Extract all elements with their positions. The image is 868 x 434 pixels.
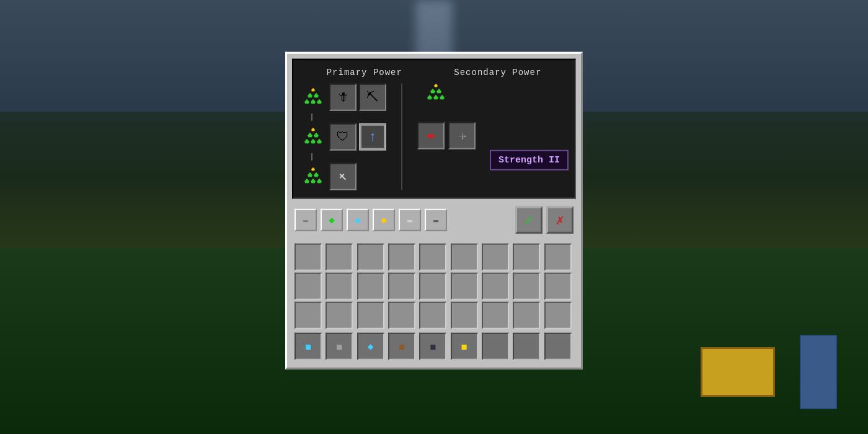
sec-emerald-bot-m	[433, 95, 438, 100]
inv-slot-19[interactable]	[326, 302, 353, 329]
stone-icon: ▬	[303, 215, 308, 225]
emerald-mid-l-2	[308, 133, 312, 138]
inv-slot-25[interactable]	[513, 302, 540, 329]
emerald-bot-r-3	[317, 179, 322, 184]
emerald-bot-l-3	[304, 179, 309, 184]
inventory-grid	[294, 244, 574, 329]
inv-slot-1[interactable]	[326, 244, 353, 271]
tooltip-text: Strength II	[498, 155, 560, 166]
primary-row-1: 🗡 ⛏	[301, 84, 386, 111]
inv-slot-9[interactable]	[294, 273, 322, 300]
divider	[401, 84, 402, 190]
secondary-slot-sword[interactable]: ⚔	[448, 122, 476, 149]
primary-row-2: 🛡 ↑	[301, 123, 386, 151]
primary-power-label: Primary Power	[327, 68, 402, 78]
hotbar-slot-4[interactable]: ◼	[419, 333, 446, 360]
confirm-button[interactable]: ✓	[515, 206, 542, 234]
material-slot-stone[interactable]: ▬	[294, 209, 317, 231]
inv-slot-13[interactable]	[419, 273, 446, 300]
emerald-pile-3	[301, 167, 326, 186]
sec-emerald-bot-l	[427, 95, 432, 100]
primary-slot-shield[interactable]: 🛡	[329, 123, 356, 151]
primary-power-grid: 🗡 ⛏	[301, 84, 386, 190]
primary-slot-sword[interactable]: 🗡	[329, 84, 356, 111]
inv-slot-21[interactable]	[388, 302, 415, 329]
inv-slot-24[interactable]	[482, 302, 509, 329]
diamond-gem-icon: ◆	[368, 340, 374, 353]
hotbar-slot-7[interactable]	[513, 333, 540, 360]
hotbar: ◼ ◼ ◆ ◼ ◼ ◼	[294, 333, 574, 360]
hotbar-slot-1[interactable]: ◼	[326, 333, 353, 360]
powers-section: Primary Power Secondary Power	[292, 59, 576, 199]
strength-tooltip: Strength II	[490, 150, 569, 170]
primary-items-row-1: 🗡 ⛏	[329, 84, 386, 111]
sec-emerald-mid-r	[436, 89, 441, 94]
inv-slot-22[interactable]	[419, 302, 446, 329]
inv-slot-23[interactable]	[451, 302, 478, 329]
emerald-top-2	[311, 128, 315, 131]
gold-block-icon: ◼	[461, 340, 467, 353]
emerald-pile-2	[301, 128, 326, 146]
hotbar-slot-2[interactable]: ◆	[357, 333, 384, 360]
emerald-bot-l-2	[304, 139, 309, 144]
emerald-mid-l-3	[308, 172, 312, 177]
primary-row-3: ✝	[301, 163, 386, 190]
inv-slot-18[interactable]	[294, 302, 322, 329]
x-icon: ✗	[556, 211, 564, 228]
inv-slot-3[interactable]	[388, 244, 415, 271]
material-slot-iron[interactable]: ▬	[399, 209, 421, 231]
hotbar-slot-5[interactable]: ◼	[451, 333, 478, 360]
primary-slot-dagger[interactable]: ✝	[329, 163, 356, 190]
primary-items-row-2: 🛡 ↑	[329, 123, 386, 151]
inv-slot-12[interactable]	[388, 273, 415, 300]
emerald-icon: ◆	[329, 214, 335, 226]
inv-slot-15[interactable]	[482, 273, 509, 300]
material-slot-darkstone[interactable]: ▬	[425, 209, 447, 231]
secondary-items-row: ❤ ⚔	[417, 122, 476, 149]
inv-slot-14[interactable]	[451, 273, 478, 300]
secondary-power-grid: ❤ ⚔ Strength II	[417, 84, 567, 190]
sword2-icon: ⚔	[454, 128, 469, 143]
emerald-pile-1	[301, 88, 326, 107]
checkmark-icon: ✓	[525, 211, 533, 228]
secondary-slot-heart[interactable]: ❤	[417, 122, 445, 149]
inv-slot-2[interactable]	[357, 244, 384, 271]
inv-slot-11[interactable]	[357, 273, 384, 300]
inv-slot-10[interactable]	[326, 273, 353, 300]
darkstone-icon: ▬	[433, 215, 438, 225]
sec-emerald-top	[434, 84, 438, 87]
inv-slot-0[interactable]	[294, 244, 322, 271]
diamond-block-icon: ◼	[305, 340, 311, 353]
inv-slot-16[interactable]	[513, 273, 540, 300]
primary-slot-arrow[interactable]: ↑	[359, 123, 386, 151]
emerald-bot-r-2	[317, 139, 322, 144]
emerald-mid-r-3	[314, 172, 319, 177]
sword-icon: 🗡	[337, 90, 349, 105]
emerald-bot-r	[317, 99, 322, 104]
inv-slot-6[interactable]	[482, 244, 509, 271]
primary-items-row-3: ✝	[329, 163, 356, 190]
inv-slot-20[interactable]	[357, 302, 384, 329]
hotbar-slot-0[interactable]: ◼	[294, 333, 322, 360]
inv-slot-26[interactable]	[544, 302, 572, 329]
inv-slot-17[interactable]	[544, 273, 572, 300]
inv-slot-8[interactable]	[544, 244, 572, 271]
inv-slot-5[interactable]	[451, 244, 478, 271]
emerald-top	[311, 88, 315, 92]
primary-slot-pickaxe[interactable]: ⛏	[359, 84, 386, 111]
cancel-button[interactable]: ✗	[546, 206, 574, 234]
inv-slot-4[interactable]	[419, 244, 446, 271]
secondary-emerald-pile	[423, 84, 448, 102]
emerald-bot-m	[311, 99, 316, 104]
material-slot-diamond[interactable]: ◆	[347, 209, 369, 231]
material-slot-gold[interactable]: ◆	[373, 209, 395, 231]
dirt-block-icon: ◼	[399, 340, 405, 353]
material-slot-emerald[interactable]: ◆	[321, 209, 343, 231]
heart-icon: ❤	[427, 128, 435, 143]
hotbar-slot-6[interactable]	[482, 333, 509, 360]
powers-content: 🗡 ⛏	[301, 84, 567, 190]
powers-header: Primary Power Secondary Power	[301, 68, 567, 78]
inv-slot-7[interactable]	[513, 244, 540, 271]
hotbar-slot-8[interactable]	[544, 333, 572, 360]
hotbar-slot-3[interactable]: ◼	[388, 333, 415, 360]
